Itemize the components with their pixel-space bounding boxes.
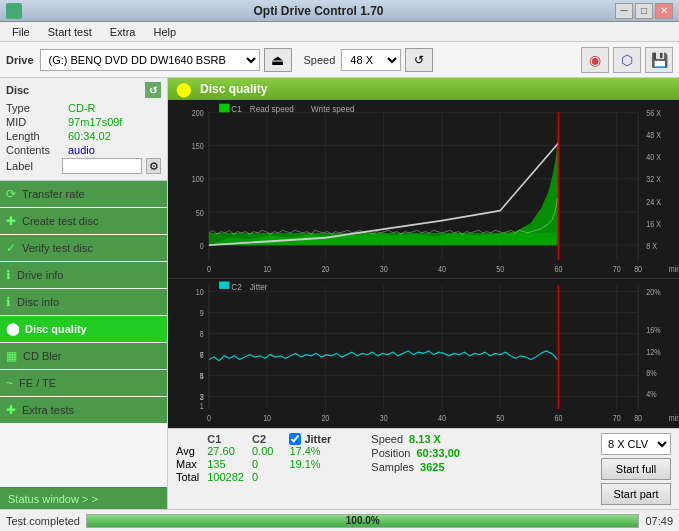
disc-contents-row: Contents audio bbox=[6, 144, 161, 156]
stats-jitter-total bbox=[281, 471, 339, 484]
disc-mid-value: 97m17s09f bbox=[68, 116, 122, 128]
sidebar-item-label: CD Bler bbox=[23, 350, 62, 362]
svg-text:10: 10 bbox=[196, 288, 204, 298]
sidebar-item-label: Verify test disc bbox=[22, 242, 93, 254]
start-full-button[interactable]: Start full bbox=[601, 458, 671, 480]
burn-button[interactable]: ⬡ bbox=[613, 47, 641, 73]
jitter-checkbox[interactable] bbox=[289, 433, 301, 445]
disc-type-row: Type CD-R bbox=[6, 102, 161, 114]
stats-header-jitter-check: Jitter bbox=[281, 433, 339, 445]
svg-text:0: 0 bbox=[200, 241, 205, 251]
svg-text:70: 70 bbox=[613, 265, 621, 275]
svg-text:C2: C2 bbox=[231, 282, 241, 293]
svg-text:200: 200 bbox=[192, 108, 204, 118]
stats-speed-area: Speed 8.13 X Position 60:33,00 Samples 3… bbox=[371, 433, 460, 473]
title-bar: Opti Drive Control 1.70 ─ □ ✕ bbox=[0, 0, 679, 22]
stats-label-max: Max bbox=[176, 458, 207, 471]
stats-button-area: 8 X CLV Start full Start part bbox=[601, 433, 671, 505]
maximize-button[interactable]: □ bbox=[635, 3, 653, 19]
disc-refresh-button[interactable]: ↺ bbox=[145, 82, 161, 98]
svg-text:30: 30 bbox=[380, 265, 388, 275]
save-button[interactable]: 💾 bbox=[645, 47, 673, 73]
erase-button[interactable]: ◉ bbox=[581, 47, 609, 73]
sidebar-item-fe-te[interactable]: ~ FE / TE bbox=[0, 370, 167, 396]
sidebar-item-label: Disc info bbox=[17, 296, 59, 308]
minimize-button[interactable]: ─ bbox=[615, 3, 633, 19]
disc-panel-header: Disc ↺ bbox=[6, 82, 161, 98]
disc-label-gear[interactable]: ⚙ bbox=[146, 158, 161, 174]
disc-type-label: Type bbox=[6, 102, 64, 114]
menu-bar: File Start test Extra Help bbox=[0, 22, 679, 42]
sidebar-item-verify-test-disc[interactable]: ✓ Verify test disc bbox=[0, 235, 167, 261]
stats-c1-total: 100282 bbox=[207, 471, 252, 484]
svg-text:60: 60 bbox=[554, 265, 562, 275]
sidebar-item-disc-info[interactable]: ℹ Disc info bbox=[0, 289, 167, 315]
verify-test-disc-icon: ✓ bbox=[6, 241, 16, 255]
status-text: Test completed bbox=[6, 515, 80, 527]
stats-label-total: Total bbox=[176, 471, 207, 484]
sidebar-item-label: Drive info bbox=[17, 269, 63, 281]
app-icon bbox=[6, 3, 22, 19]
disc-label-label: Label bbox=[6, 160, 58, 172]
speed-value-stat: 8.13 X bbox=[409, 433, 441, 445]
svg-text:C1: C1 bbox=[231, 104, 241, 115]
sidebar-item-create-test-disc[interactable]: ✚ Create test disc bbox=[0, 208, 167, 234]
content-area: ⬤ Disc quality bbox=[168, 78, 679, 509]
samples-value-stat: 3625 bbox=[420, 461, 444, 473]
transfer-rate-icon: ⟳ bbox=[6, 187, 16, 201]
eject-button[interactable]: ⏏ bbox=[264, 48, 292, 72]
svg-text:20%: 20% bbox=[646, 288, 660, 298]
sidebar-item-label: Extra tests bbox=[22, 404, 74, 416]
stats-jitter-max: 19.1% bbox=[281, 458, 339, 471]
menu-help[interactable]: Help bbox=[145, 24, 184, 40]
position-value-stat: 60:33,00 bbox=[416, 447, 459, 459]
menu-extra[interactable]: Extra bbox=[102, 24, 144, 40]
stats-jitter-avg: 17.4% bbox=[281, 445, 339, 458]
progress-container: 100.0% bbox=[86, 514, 639, 528]
sidebar-item-label: FE / TE bbox=[19, 377, 56, 389]
menu-start-test[interactable]: Start test bbox=[40, 24, 100, 40]
close-button[interactable]: ✕ bbox=[655, 3, 673, 19]
svg-text:50: 50 bbox=[196, 208, 204, 218]
svg-text:60: 60 bbox=[554, 414, 562, 424]
menu-file[interactable]: File bbox=[4, 24, 38, 40]
clv-select[interactable]: 8 X CLV bbox=[601, 433, 671, 455]
stats-c2-avg: 0.00 bbox=[252, 445, 281, 458]
stats-samples-row: Samples 3625 bbox=[371, 461, 460, 473]
disc-label-input[interactable] bbox=[62, 158, 142, 174]
svg-text:6: 6 bbox=[200, 351, 205, 361]
svg-text:40: 40 bbox=[438, 414, 446, 424]
stats-panel: C1 C2 Jitter Avg 27.60 bbox=[168, 428, 679, 509]
samples-label-stat: Samples bbox=[371, 461, 414, 473]
svg-text:56 X: 56 X bbox=[646, 108, 661, 118]
chart2-container: C2 Jitter 10 9 8 7 6 5 4 3 2 1 20% 16% bbox=[168, 279, 679, 428]
stats-c1-max: 135 bbox=[207, 458, 252, 471]
svg-text:9: 9 bbox=[200, 309, 205, 319]
stats-row-total: Total 100282 0 bbox=[176, 471, 339, 484]
sidebar-item-drive-info[interactable]: ℹ Drive info bbox=[0, 262, 167, 288]
speed-label-stat: Speed bbox=[371, 433, 403, 445]
disc-length-label: Length bbox=[6, 130, 64, 142]
status-window-button[interactable]: Status window > > bbox=[0, 487, 167, 509]
svg-text:Read speed: Read speed bbox=[250, 104, 294, 115]
sidebar-item-label: Disc quality bbox=[25, 323, 87, 335]
disc-label-row: Label ⚙ bbox=[6, 158, 161, 174]
refresh-button[interactable]: ↺ bbox=[405, 48, 433, 72]
sidebar-item-transfer-rate[interactable]: ⟳ Transfer rate bbox=[0, 181, 167, 207]
start-part-button[interactable]: Start part bbox=[601, 483, 671, 505]
drive-select[interactable]: (G:) BENQ DVD DD DW1640 BSRB bbox=[40, 49, 260, 71]
sidebar-item-extra-tests[interactable]: ✚ Extra tests bbox=[0, 397, 167, 423]
disc-contents-label: Contents bbox=[6, 144, 64, 156]
sidebar-item-cd-bler[interactable]: ▦ CD Bler bbox=[0, 343, 167, 369]
cd-bler-icon: ▦ bbox=[6, 349, 17, 363]
svg-text:10: 10 bbox=[263, 414, 271, 424]
chart1-svg: C1 Read speed Write speed 200 150 100 50… bbox=[168, 100, 679, 278]
stats-c2-total: 0 bbox=[252, 471, 281, 484]
sidebar-item-disc-quality[interactable]: ⬤ Disc quality bbox=[0, 316, 167, 342]
svg-text:20: 20 bbox=[321, 265, 329, 275]
speed-select[interactable]: 48 X bbox=[341, 49, 401, 71]
svg-text:24 X: 24 X bbox=[646, 197, 661, 207]
speed-label: Speed bbox=[304, 54, 336, 66]
svg-text:0: 0 bbox=[207, 414, 212, 424]
svg-text:Write speed: Write speed bbox=[311, 104, 354, 115]
